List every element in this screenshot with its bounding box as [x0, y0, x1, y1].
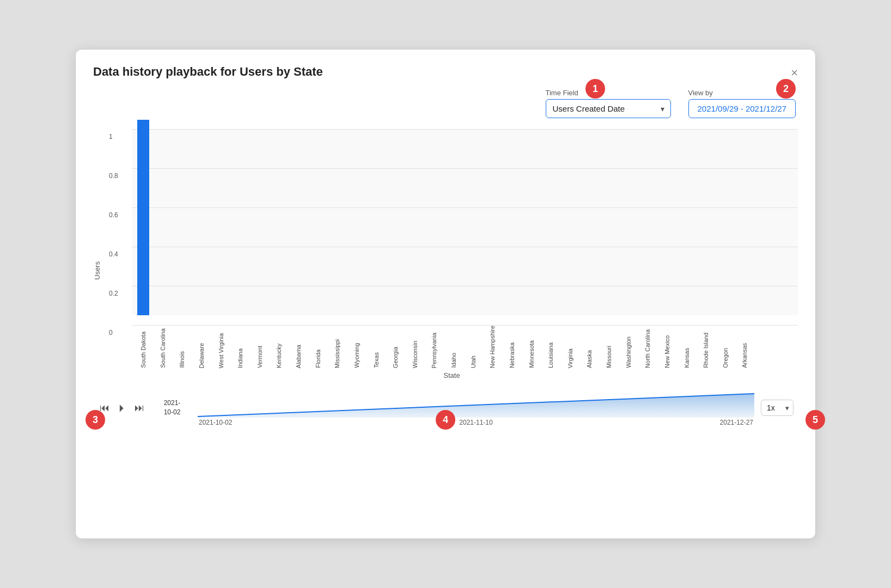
x-label-new-mexico: New Mexico — [664, 335, 670, 368]
play-button[interactable]: ⏵ — [115, 401, 129, 415]
controls-row: Time Field Users Created Date View by 20… — [93, 89, 798, 118]
y-tick-label: 0 — [109, 329, 113, 336]
x-label-oregon: Oregon — [722, 348, 729, 368]
time-field-group: Time Field Users Created Date — [546, 89, 671, 118]
x-label-texas: Texas — [373, 352, 380, 368]
y-tick-label: 1 — [109, 133, 113, 140]
grid-line — [132, 207, 798, 208]
x-label-west-virginia: West Virginia — [218, 333, 224, 368]
badge-3: 3 — [86, 410, 105, 430]
x-label-alabama: Alabama — [295, 345, 302, 368]
forward-button[interactable]: ⏭ — [132, 401, 147, 415]
chart-area: Users 10.80.60.40.20 South DakotaSouth C… — [93, 129, 798, 379]
x-label-louisiana: Louisiana — [547, 342, 554, 368]
grid-line — [132, 168, 798, 169]
x-label-new-hampshire: New Hampshire — [489, 326, 496, 368]
time-field-select[interactable]: Users Created Date — [546, 99, 671, 118]
x-label-north-carolina: North Carolina — [644, 329, 651, 368]
modal-container: Data history playback for Users by State… — [75, 49, 816, 539]
badge-4: 4 — [436, 410, 455, 430]
timeline-labels: 2021-10-02 2021-11-10 2021-12-27 — [198, 419, 754, 426]
x-label-alaska: Alaska — [586, 350, 593, 368]
grid-line — [132, 129, 798, 130]
timeline-track[interactable] — [198, 389, 754, 418]
chart-inner: 10.80.60.40.20 South DakotaSouth Carolin… — [106, 129, 798, 379]
x-label-nebraska: Nebraska — [509, 342, 515, 368]
x-label-florida: Florida — [315, 350, 321, 368]
x-label-virginia: Virginia — [567, 348, 573, 369]
x-axis-title: State — [106, 371, 798, 379]
x-label-pennsylvania: Pennsylvania — [431, 333, 437, 368]
grid-line — [132, 247, 798, 247]
x-label-minnesota: Minnesota — [528, 340, 535, 368]
controls-wrapper: 1 2 Time Field Users Created Date View b… — [93, 89, 798, 118]
y-tick-label: 0.2 — [109, 290, 118, 297]
y-tick-label: 0.6 — [109, 211, 118, 219]
y-tick-label: 0.8 — [109, 172, 118, 180]
x-label-indiana: Indiana — [237, 348, 243, 368]
time-field-select-wrapper: Users Created Date — [546, 99, 671, 118]
modal-title: Data history playback for Users by State — [93, 65, 323, 79]
timeline-end-label: 2021-12-27 — [720, 419, 753, 426]
x-label-georgia: Georgia — [392, 347, 399, 368]
y-tick-label: 0.4 — [109, 250, 118, 258]
x-label-kentucky: Kentucky — [276, 344, 282, 368]
x-label-idaho: Idaho — [450, 353, 457, 368]
speed-select-wrapper: 1x 2x 4x — [761, 400, 794, 416]
x-label-wisconsin: Wisconsin — [412, 341, 418, 368]
y-axis-label: Users — [93, 129, 101, 379]
x-axis: South DakotaSouth CarolinaIllinoisDelawa… — [132, 316, 798, 368]
timeline-svg — [198, 389, 754, 418]
x-label-south-dakota: South Dakota — [140, 332, 147, 368]
x-label-illinois: Illinois — [179, 351, 185, 368]
timeline-track-wrapper: 2021-10-02 2021-11-10 2021-12-27 — [198, 389, 754, 426]
x-label-utah: Utah — [470, 356, 477, 368]
modal-header: Data history playback for Users by State… — [93, 65, 798, 80]
speed-select[interactable]: 1x 2x 4x — [761, 400, 794, 416]
x-label-mississippi: Mississippi — [334, 339, 340, 368]
x-label-missouri: Missouri — [606, 346, 612, 368]
timeline-wrapper: 3 4 5 ⏮ ⏵ ⏭ 2021-10-02 — [93, 389, 798, 426]
x-label-vermont: Vermont — [257, 346, 263, 368]
x-label-delaware: Delaware — [198, 343, 205, 368]
x-label-kansas: Kansas — [683, 348, 690, 368]
timeline-start-label: 2021-10-02 — [199, 419, 232, 426]
x-label-washington: Washington — [625, 336, 632, 368]
time-field-label: Time Field — [546, 89, 671, 97]
bar-south-dakota — [137, 120, 149, 315]
close-button[interactable]: × — [791, 66, 798, 80]
badge-5: 5 — [805, 410, 825, 430]
chart-plot: 10.80.60.40.20 — [132, 129, 798, 315]
grid-line — [132, 286, 798, 286]
x-label-rhode-island: Rhode Island — [703, 333, 709, 368]
current-time: 2021-10-02 — [153, 399, 191, 417]
badge-1: 1 — [585, 79, 605, 99]
timeline-mid-label: 2021-11-10 — [459, 419, 492, 426]
x-label-south-carolina: South Carolina — [160, 328, 166, 368]
x-label-arkansas: Arkansas — [741, 343, 748, 368]
x-label-wyoming: Wyoming — [353, 343, 360, 368]
date-range-button[interactable]: 2021/09/29 - 2021/12/27 — [688, 99, 796, 118]
badge-2: 2 — [776, 79, 796, 99]
playback-controls: ⏮ ⏵ ⏭ — [97, 401, 147, 415]
